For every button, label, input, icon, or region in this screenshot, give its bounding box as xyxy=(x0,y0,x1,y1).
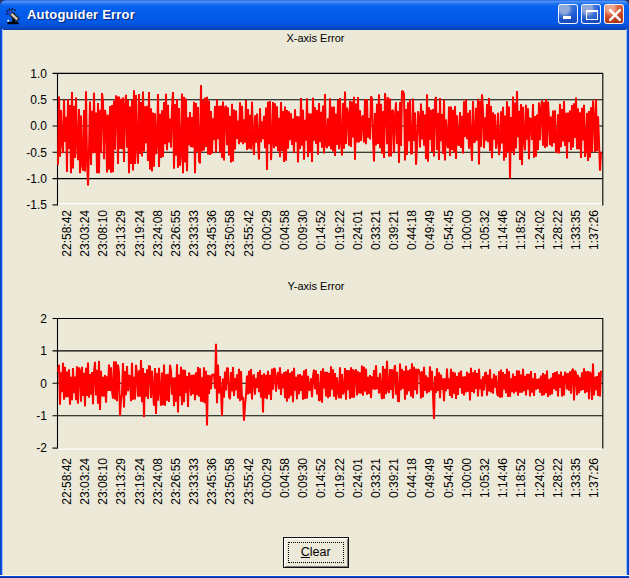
svg-text:-2: -2 xyxy=(36,441,47,455)
svg-text:1:28:22: 1:28:22 xyxy=(551,458,565,498)
svg-text:0:09:30: 0:09:30 xyxy=(296,210,310,250)
svg-text:23:55:42: 23:55:42 xyxy=(242,210,256,257)
svg-text:23:19:24: 23:19:24 xyxy=(133,210,147,257)
svg-text:Y-axis Error: Y-axis Error xyxy=(287,280,344,292)
svg-text:1:14:46: 1:14:46 xyxy=(496,458,510,498)
svg-text:0:44:18: 0:44:18 xyxy=(405,210,419,250)
svg-text:1:18:52: 1:18:52 xyxy=(514,210,528,250)
svg-text:0:00:29: 0:00:29 xyxy=(260,210,274,250)
svg-text:0:19:22: 0:19:22 xyxy=(333,458,347,498)
svg-text:0:00:29: 0:00:29 xyxy=(260,458,274,498)
svg-text:0:24:01: 0:24:01 xyxy=(351,458,365,498)
svg-text:0:49:49: 0:49:49 xyxy=(423,458,437,498)
svg-text:1:37:26: 1:37:26 xyxy=(587,210,601,250)
svg-text:0:19:22: 0:19:22 xyxy=(333,210,347,250)
svg-text:23:24:08: 23:24:08 xyxy=(151,210,165,257)
svg-text:0:54:45: 0:54:45 xyxy=(442,458,456,498)
svg-text:23:50:58: 23:50:58 xyxy=(223,210,237,257)
svg-text:1:05:32: 1:05:32 xyxy=(478,458,492,498)
svg-text:0:44:18: 0:44:18 xyxy=(405,458,419,498)
svg-text:23:13:29: 23:13:29 xyxy=(114,458,128,505)
svg-text:1:33:35: 1:33:35 xyxy=(569,458,583,498)
svg-text:0:14:52: 0:14:52 xyxy=(314,458,328,498)
svg-text:23:08:10: 23:08:10 xyxy=(96,210,110,257)
svg-text:23:26:55: 23:26:55 xyxy=(169,458,183,505)
svg-text:22:58:42: 22:58:42 xyxy=(60,458,74,505)
svg-text:23:24:08: 23:24:08 xyxy=(151,458,165,505)
svg-text:23:33:33: 23:33:33 xyxy=(187,210,201,257)
svg-text:1:05:32: 1:05:32 xyxy=(478,210,492,250)
svg-text:23:08:10: 23:08:10 xyxy=(96,458,110,505)
svg-text:0:09:30: 0:09:30 xyxy=(296,458,310,498)
svg-text:0:39:21: 0:39:21 xyxy=(387,210,401,250)
svg-text:1:24:02: 1:24:02 xyxy=(533,210,547,250)
svg-text:23:50:58: 23:50:58 xyxy=(223,458,237,505)
svg-text:23:26:55: 23:26:55 xyxy=(169,210,183,257)
svg-text:0:54:45: 0:54:45 xyxy=(442,210,456,250)
svg-text:-1.5: -1.5 xyxy=(26,198,47,212)
svg-text:23:55:42: 23:55:42 xyxy=(242,458,256,505)
svg-text:0: 0 xyxy=(40,377,47,391)
svg-text:1:33:35: 1:33:35 xyxy=(569,210,583,250)
svg-text:X-axis Error: X-axis Error xyxy=(286,32,344,44)
svg-text:0:04:58: 0:04:58 xyxy=(278,458,292,498)
svg-text:1: 1 xyxy=(40,344,47,358)
svg-text:23:19:24: 23:19:24 xyxy=(133,458,147,505)
svg-text:2: 2 xyxy=(40,312,47,326)
svg-text:1:14:46: 1:14:46 xyxy=(496,210,510,250)
svg-text:22:58:42: 22:58:42 xyxy=(60,210,74,257)
svg-text:0:33:21: 0:33:21 xyxy=(369,458,383,498)
svg-text:1:24:02: 1:24:02 xyxy=(533,458,547,498)
svg-text:23:33:33: 23:33:33 xyxy=(187,458,201,505)
svg-text:-1.0: -1.0 xyxy=(26,172,47,186)
svg-text:0:14:52: 0:14:52 xyxy=(314,210,328,250)
svg-text:1:37:26: 1:37:26 xyxy=(587,458,601,498)
svg-text:1:00:00: 1:00:00 xyxy=(460,210,474,250)
svg-text:23:03:24: 23:03:24 xyxy=(78,210,92,257)
svg-text:23:13:29: 23:13:29 xyxy=(114,210,128,257)
svg-text:0:33:21: 0:33:21 xyxy=(369,210,383,250)
svg-text:0:24:01: 0:24:01 xyxy=(351,210,365,250)
svg-text:0:49:49: 0:49:49 xyxy=(423,210,437,250)
svg-text:23:03:24: 23:03:24 xyxy=(78,458,92,505)
svg-text:0.5: 0.5 xyxy=(30,93,47,107)
svg-text:1.0: 1.0 xyxy=(30,67,47,81)
svg-text:0.0: 0.0 xyxy=(30,119,47,133)
svg-text:-1: -1 xyxy=(36,409,47,423)
svg-text:1:18:52: 1:18:52 xyxy=(514,458,528,498)
svg-text:23:45:36: 23:45:36 xyxy=(205,210,219,257)
svg-text:23:45:36: 23:45:36 xyxy=(205,458,219,505)
svg-text:1:28:22: 1:28:22 xyxy=(551,210,565,250)
svg-text:0:04:58: 0:04:58 xyxy=(278,210,292,250)
svg-text:1:00:00: 1:00:00 xyxy=(460,458,474,498)
svg-text:-0.5: -0.5 xyxy=(26,146,47,160)
svg-text:0:39:21: 0:39:21 xyxy=(387,458,401,498)
